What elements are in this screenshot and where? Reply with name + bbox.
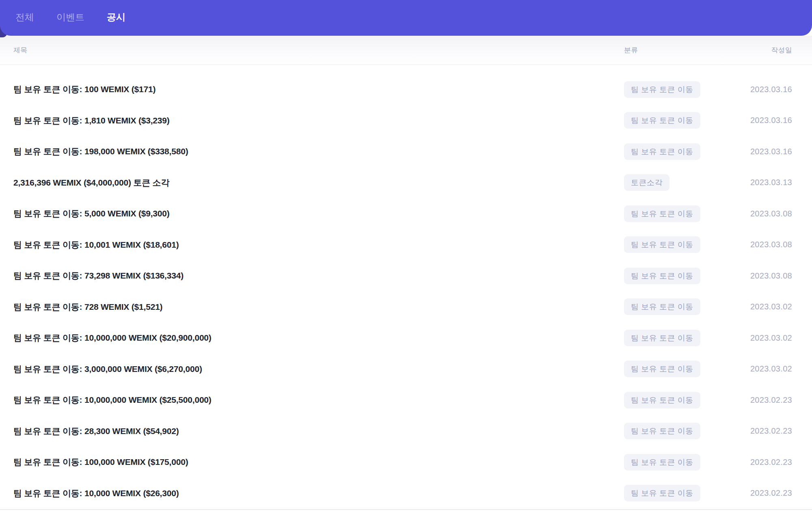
notice-date: 2023.02.23: [710, 395, 799, 405]
notice-title: 팀 보유 토큰 이동: 10,000 WEMIX ($26,300): [13, 488, 624, 499]
table-row[interactable]: 팀 보유 토큰 이동: 100 WEMIX ($171) 팀 보유 토큰 이동 …: [0, 74, 812, 105]
table-row[interactable]: 팀 보유 토큰 이동: 1,810 WEMIX ($3,239) 팀 보유 토큰…: [0, 105, 812, 136]
table-row[interactable]: 팀 보유 토큰 이동: 73,298 WEMIX ($136,334) 팀 보유…: [0, 260, 812, 292]
category-badge: 팀 보유 토큰 이동: [624, 392, 700, 408]
category-badge: 팀 보유 토큰 이동: [624, 268, 700, 284]
notice-date: 2023.03.13: [710, 178, 799, 187]
notice-title: 2,316,396 WEMIX ($4,000,000) 토큰 소각: [13, 177, 624, 188]
table-row[interactable]: 팀 보유 토큰 이동: 10,000,000 WEMIX ($20,900,00…: [0, 322, 812, 354]
category-badge: 팀 보유 토큰 이동: [624, 423, 700, 439]
notice-title: 팀 보유 토큰 이동: 1,810 WEMIX ($3,239): [13, 115, 624, 126]
category-badge: 팀 보유 토큰 이동: [624, 454, 700, 471]
notice-date: 2023.03.02: [710, 333, 799, 343]
category-badge: 팀 보유 토큰 이동: [624, 298, 700, 315]
column-header-date: 작성일: [710, 45, 799, 55]
notice-date: 2023.03.16: [710, 147, 799, 156]
notice-title: 팀 보유 토큰 이동: 73,298 WEMIX ($136,334): [13, 270, 624, 281]
table-row[interactable]: 팀 보유 토큰 이동: 198,000 WEMIX ($338,580) 팀 보…: [0, 136, 812, 167]
table-row[interactable]: 팀 보유 토큰 이동: 100,000 WEMIX ($175,000) 팀 보…: [0, 447, 812, 478]
notice-title: 팀 보유 토큰 이동: 28,300 WEMIX ($54,902): [13, 426, 624, 437]
notice-title: 팀 보유 토큰 이동: 10,000,000 WEMIX ($20,900,00…: [13, 332, 624, 343]
notice-title: 팀 보유 토큰 이동: 100 WEMIX ($171): [13, 84, 624, 95]
category-badge: 팀 보유 토큰 이동: [624, 205, 700, 222]
notice-date: 2023.03.16: [710, 116, 799, 125]
notice-date: 2023.02.23: [710, 458, 799, 467]
table-row[interactable]: 팀 보유 토큰 이동: 3,000,000 WEMIX ($6,270,000)…: [0, 354, 812, 385]
notice-date: 2023.03.08: [710, 209, 799, 218]
notice-table: 제목 분류 작성일 팀 보유 토큰 이동: 100 WEMIX ($171) 팀…: [0, 36, 812, 509]
notice-date: 2023.03.02: [710, 302, 799, 311]
notice-title: 팀 보유 토큰 이동: 10,001 WEMIX ($18,601): [13, 239, 624, 251]
table-row[interactable]: 팀 보유 토큰 이동: 10,000,000 WEMIX ($25,500,00…: [0, 385, 812, 416]
notice-date: 2023.03.02: [710, 364, 799, 374]
notice-title: 팀 보유 토큰 이동: 10,000,000 WEMIX ($25,500,00…: [13, 394, 624, 406]
column-header-title: 제목: [13, 45, 624, 55]
notice-date: 2023.02.23: [710, 426, 799, 436]
notice-date: 2023.02.23: [710, 488, 799, 498]
table-header-row: 제목 분류 작성일: [0, 36, 812, 65]
notice-date: 2023.03.08: [710, 271, 799, 281]
category-badge: 팀 보유 토큰 이동: [624, 485, 700, 501]
notice-date: 2023.03.08: [710, 240, 799, 249]
category-badge: 팀 보유 토큰 이동: [624, 330, 700, 346]
table-row[interactable]: 팀 보유 토큰 이동: 728 WEMIX ($1,521) 팀 보유 토큰 이…: [0, 292, 812, 323]
column-header-category: 분류: [624, 45, 710, 55]
category-badge: 팀 보유 토큰 이동: [624, 81, 700, 98]
notice-title: 팀 보유 토큰 이동: 198,000 WEMIX ($338,580): [13, 146, 624, 157]
table-row[interactable]: 팀 보유 토큰 이동: 5,000 WEMIX ($9,300) 팀 보유 토큰…: [0, 198, 812, 229]
category-badge: 팀 보유 토큰 이동: [624, 112, 700, 129]
notice-title: 팀 보유 토큰 이동: 5,000 WEMIX ($9,300): [13, 208, 624, 219]
table-row[interactable]: 팀 보유 토큰 이동: 10,001 WEMIX ($18,601) 팀 보유 …: [0, 229, 812, 261]
table-row[interactable]: 팀 보유 토큰 이동: 28,300 WEMIX ($54,902) 팀 보유 …: [0, 416, 812, 447]
table-row[interactable]: 2,316,396 WEMIX ($4,000,000) 토큰 소각 토큰소각 …: [0, 167, 812, 199]
category-badge: 팀 보유 토큰 이동: [624, 236, 700, 253]
table-row[interactable]: 팀 보유 토큰 이동: 10,000 WEMIX ($26,300) 팀 보유 …: [0, 478, 812, 509]
category-badge: 팀 보유 토큰 이동: [624, 143, 700, 160]
notice-title: 팀 보유 토큰 이동: 100,000 WEMIX ($175,000): [13, 456, 624, 468]
category-badge: 토큰소각: [624, 174, 669, 191]
tab-event[interactable]: 이벤트: [56, 11, 84, 24]
tab-all[interactable]: 전체: [15, 11, 34, 24]
notice-title: 팀 보유 토큰 이동: 728 WEMIX ($1,521): [13, 301, 624, 313]
tab-bar: 전체 이벤트 공시: [0, 0, 812, 36]
tab-disclosure[interactable]: 공시: [107, 11, 125, 24]
category-badge: 팀 보유 토큰 이동: [624, 361, 700, 377]
notice-date: 2023.03.16: [710, 85, 799, 94]
notice-title: 팀 보유 토큰 이동: 3,000,000 WEMIX ($6,270,000): [13, 363, 624, 375]
bottom-divider: [0, 509, 812, 510]
table-body: 팀 보유 토큰 이동: 100 WEMIX ($171) 팀 보유 토큰 이동 …: [0, 65, 812, 509]
